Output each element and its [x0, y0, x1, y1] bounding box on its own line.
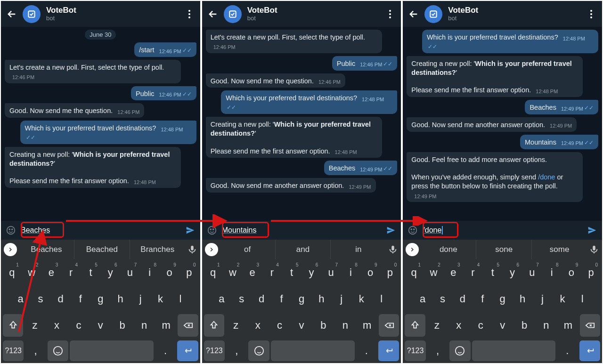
send-icon[interactable]	[185, 225, 196, 235]
key-m[interactable]: m	[357, 314, 377, 337]
emoji-key[interactable]	[248, 340, 269, 361]
key-x[interactable]: x	[247, 314, 268, 337]
key-l[interactable]: l	[171, 288, 189, 310]
key-o[interactable]: o9	[160, 261, 179, 284]
key-u[interactable]: u7	[121, 261, 139, 284]
key-p[interactable]: p0	[180, 261, 198, 284]
suggestion-expand-icon[interactable]	[4, 243, 17, 256]
key-r[interactable]: r4	[263, 261, 281, 284]
key-t[interactable]: t5	[483, 261, 502, 284]
enter-key[interactable]	[378, 340, 399, 361]
key-f[interactable]: f	[473, 288, 492, 310]
more-menu-icon[interactable]	[385, 9, 395, 19]
bot-avatar[interactable]	[23, 5, 41, 23]
key-t[interactable]: t5	[81, 261, 100, 284]
back-icon[interactable]	[408, 9, 419, 19]
key-n[interactable]: n	[335, 314, 355, 337]
key-f[interactable]: f	[71, 288, 90, 310]
key-c[interactable]: c	[471, 314, 491, 337]
key-g[interactable]: g	[292, 288, 310, 310]
key-q[interactable]: q1	[405, 261, 423, 284]
send-icon[interactable]	[386, 225, 396, 235]
key-p[interactable]: p0	[381, 261, 399, 284]
header-title-block[interactable]: VoteBot bot	[46, 6, 179, 22]
emoji-key[interactable]	[48, 340, 68, 361]
key-y[interactable]: y6	[101, 261, 120, 284]
key-r[interactable]: r4	[464, 261, 482, 284]
suggestion[interactable]: Branches	[130, 240, 185, 259]
key-w[interactable]: w2	[23, 261, 41, 284]
backspace-key[interactable]	[580, 314, 600, 337]
key-z[interactable]: z	[427, 314, 447, 337]
enter-key[interactable]	[579, 340, 600, 361]
key-b[interactable]: b	[313, 314, 334, 337]
period-key[interactable]: .	[356, 340, 377, 361]
key-z[interactable]: z	[226, 314, 246, 337]
message-input[interactable]: /done	[423, 226, 582, 235]
key-j[interactable]: j	[533, 288, 552, 310]
key-w[interactable]: w2	[223, 261, 242, 284]
comma-key[interactable]: ,	[226, 340, 247, 361]
key-v[interactable]: v	[291, 314, 311, 337]
emoji-icon[interactable]	[207, 225, 217, 235]
key-e[interactable]: e3	[243, 261, 261, 284]
key-k[interactable]: k	[352, 288, 371, 310]
key-d[interactable]: d	[453, 288, 472, 310]
send-icon[interactable]	[587, 225, 597, 235]
suggestion[interactable]: in	[330, 240, 386, 259]
comma-key[interactable]: ,	[427, 340, 448, 361]
key-h[interactable]: h	[111, 288, 130, 310]
key-u[interactable]: u7	[322, 261, 340, 284]
key-c[interactable]: c	[68, 314, 89, 337]
key-k[interactable]: k	[151, 288, 170, 310]
header-title-block[interactable]: VoteBot bot	[247, 6, 380, 22]
key-q[interactable]: q1	[3, 261, 21, 284]
back-icon[interactable]	[208, 9, 218, 19]
key-d[interactable]: d	[252, 288, 270, 310]
mic-icon[interactable]	[589, 244, 599, 255]
key-i[interactable]: i8	[342, 261, 360, 284]
key-e[interactable]: e3	[444, 261, 463, 284]
key-u[interactable]: u7	[523, 261, 541, 284]
emoji-icon[interactable]	[407, 225, 418, 235]
shift-key[interactable]	[405, 314, 425, 337]
key-k[interactable]: k	[553, 288, 571, 310]
key-s[interactable]: s	[232, 288, 251, 310]
key-b[interactable]: b	[112, 314, 132, 337]
suggestion[interactable]: Beaches	[19, 240, 74, 259]
key-a[interactable]: a	[413, 288, 432, 310]
key-a[interactable]: a	[11, 288, 30, 310]
key-x[interactable]: x	[47, 314, 67, 337]
suggestion[interactable]: and	[275, 240, 331, 259]
more-menu-icon[interactable]	[184, 9, 195, 19]
backspace-key[interactable]	[379, 314, 399, 337]
symbols-key[interactable]: ?123	[405, 340, 425, 361]
key-w[interactable]: w2	[424, 261, 443, 284]
key-v[interactable]: v	[90, 314, 111, 337]
suggestion[interactable]: done	[421, 240, 476, 259]
key-i[interactable]: i8	[140, 261, 159, 284]
back-icon[interactable]	[7, 9, 17, 19]
key-n[interactable]: n	[134, 314, 154, 337]
bot-avatar[interactable]	[424, 5, 442, 23]
comma-key[interactable]: ,	[25, 340, 46, 361]
key-e[interactable]: e3	[42, 261, 61, 284]
emoji-key[interactable]	[449, 340, 470, 361]
period-key[interactable]: .	[557, 340, 578, 361]
key-c[interactable]: c	[269, 314, 290, 337]
key-g[interactable]: g	[91, 288, 110, 310]
key-v[interactable]: v	[492, 314, 513, 337]
key-r[interactable]: r4	[62, 261, 80, 284]
symbols-key[interactable]: ?123	[204, 340, 225, 361]
more-menu-icon[interactable]	[586, 9, 596, 19]
space-key[interactable]	[70, 340, 154, 361]
key-j[interactable]: j	[131, 288, 149, 310]
key-m[interactable]: m	[156, 314, 176, 337]
message-input[interactable]: Beaches	[21, 226, 180, 235]
key-s[interactable]: s	[31, 288, 49, 310]
mic-icon[interactable]	[388, 244, 398, 255]
key-p[interactable]: p0	[582, 261, 600, 284]
key-h[interactable]: h	[312, 288, 331, 310]
backspace-key[interactable]	[178, 314, 198, 337]
key-h[interactable]: h	[513, 288, 531, 310]
